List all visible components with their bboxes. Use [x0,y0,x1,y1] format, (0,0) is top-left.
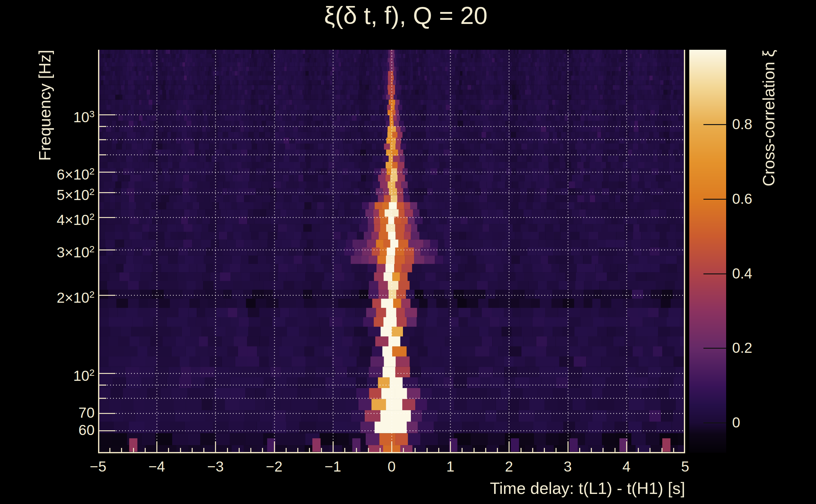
colorbar-tick-label: 0.2 [732,340,752,356]
x-tick-label: −5 [90,459,106,474]
x-tick-label: 1 [446,459,454,474]
figure-root: ξ(δ t, f), Q = 20 Time delay: t(L1) - t(… [0,0,816,504]
x-tick-label: −1 [325,459,341,474]
x-tick-label: 2 [505,459,513,474]
y-tick-label: 103 [0,106,95,125]
colorbar-tick-label: 0.6 [732,191,752,207]
y-tick-label: 4×102 [0,209,95,228]
y-tick-label: 60 [0,422,95,438]
x-tick-label: −2 [266,459,282,474]
x-axis-label: Time delay: t(L1) - t(H1) [s] [0,479,685,498]
colorbar [689,50,726,453]
plot-title: ξ(δ t, f), Q = 20 [324,1,487,30]
x-tick-label: 0 [388,459,396,474]
y-axis-label: Frequency [Hz] [35,50,54,161]
y-tick-label: 6×102 [0,163,95,182]
colorbar-tick-label: 0.4 [732,266,752,281]
y-tick-label: 70 [0,405,95,421]
x-tick-label: 4 [623,459,631,474]
y-tick-label: 2×102 [0,287,95,306]
colorbar-label: Cross-correlation ξ [759,50,778,186]
x-tick-label: 5 [681,459,689,474]
x-tick-label: 3 [564,459,572,474]
y-tick-label: 102 [0,365,95,384]
colorbar-tick-label: 0.8 [732,116,752,132]
x-tick-label: −4 [148,459,165,474]
y-tick-label: 5×102 [0,184,95,203]
spectrogram-heatmap [98,50,685,453]
x-tick-label: −3 [207,459,224,474]
colorbar-tick-label: 0 [732,415,740,430]
y-tick-label: 3×102 [0,241,95,260]
